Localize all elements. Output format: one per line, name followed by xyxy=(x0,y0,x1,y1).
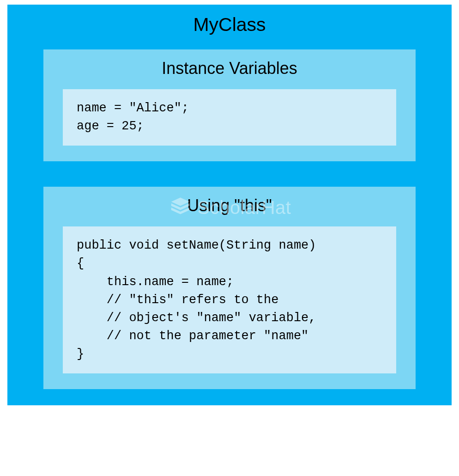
using-this-card: Using "this" public void setName(String … xyxy=(43,187,416,389)
instance-variables-code: name = "Alice"; age = 25; xyxy=(63,89,396,146)
instance-variables-card: Instance Variables name = "Alice"; age =… xyxy=(43,49,416,161)
instance-variables-title: Instance Variables xyxy=(43,59,416,78)
using-this-title: Using "this" xyxy=(43,196,416,215)
class-diagram-container: MyClass Instance Variables name = "Alice… xyxy=(7,5,452,405)
using-this-code: public void setName(String name) { this.… xyxy=(63,226,396,373)
class-title: MyClass xyxy=(7,14,452,36)
